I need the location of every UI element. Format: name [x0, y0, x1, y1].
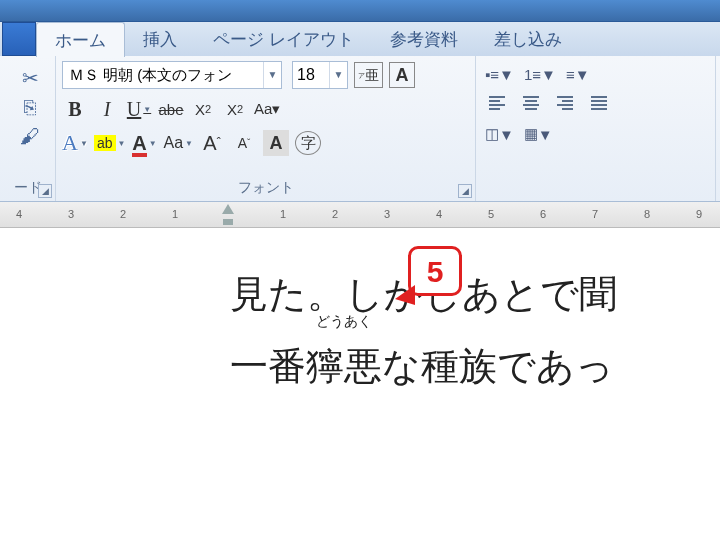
character-shading-button[interactable]: A [263, 130, 289, 156]
subscript-button[interactable]: X2 [190, 96, 216, 122]
ruler-tick: 5 [488, 208, 494, 220]
document-line[interactable]: 一番どうあく獰悪な種族であっ [0, 330, 720, 402]
ruler-tick: 8 [644, 208, 650, 220]
multilevel-list-button[interactable]: ≡▼ [565, 62, 591, 86]
group-font: ▼ ▼ ア亜 A B I U▼ abe X2 X2 Aa▾ A▼ ab▼ A▼ … [56, 56, 476, 201]
text-effects-button[interactable]: A▼ [62, 130, 88, 156]
ruler-tick: 6 [540, 208, 546, 220]
tab-page-layout[interactable]: ページ レイアウト [195, 22, 372, 56]
ribbon: ✂ ⎘ 🖌 ード ◢ ▼ ▼ ア亜 A B I U▼ abe X2 X2 [0, 56, 720, 202]
align-center-button[interactable] [518, 92, 544, 116]
font-color-button[interactable]: A▼ [132, 130, 158, 156]
phonetic-guide-button[interactable]: ア亜 [354, 62, 383, 88]
bullets-button[interactable]: ▪≡▼ [484, 62, 515, 86]
underline-button[interactable]: U▼ [126, 96, 152, 122]
callout-badge: 5 [408, 246, 462, 296]
indent-marker-bottom[interactable] [223, 219, 233, 225]
horizontal-ruler[interactable]: 4 3 2 1 1 2 3 4 5 6 7 8 9 [0, 202, 720, 228]
change-case-button[interactable]: Aa▾ [254, 96, 280, 122]
ruler-tick: 2 [120, 208, 126, 220]
font-name-combo[interactable]: ▼ [62, 61, 282, 89]
shrink-font-button[interactable]: Aˇ [231, 130, 257, 156]
character-border-button[interactable]: A [389, 62, 415, 88]
enclose-characters-button[interactable]: 字 [295, 131, 321, 155]
ruler-tick: 4 [436, 208, 442, 220]
tab-mailings[interactable]: 差し込み [476, 22, 580, 56]
tab-references[interactable]: 参考資料 [372, 22, 476, 56]
ruler-tick: 7 [592, 208, 598, 220]
bold-button[interactable]: B [62, 96, 88, 122]
highlight-button[interactable]: ab▼ [94, 130, 126, 156]
italic-button[interactable]: I [94, 96, 120, 122]
ruler-tick: 3 [384, 208, 390, 220]
character-scaling-button[interactable]: Aa▼ [164, 130, 194, 156]
ruler-tick: 9 [696, 208, 702, 220]
ruler-tick: 4 [16, 208, 22, 220]
ruler-tick: 1 [280, 208, 286, 220]
tab-insert[interactable]: 挿入 [125, 22, 195, 56]
ruler-tick: 3 [68, 208, 74, 220]
title-bar [0, 0, 720, 22]
tab-home[interactable]: ホーム [36, 22, 125, 57]
font-size-dropdown-icon[interactable]: ▼ [329, 62, 347, 88]
group-label-font: フォント [62, 179, 469, 199]
grow-font-button[interactable]: Aˆ [199, 130, 225, 156]
superscript-button[interactable]: X2 [222, 96, 248, 122]
align-right-button[interactable] [552, 92, 578, 116]
text-run: 一番 [230, 345, 306, 387]
align-left-button[interactable] [484, 92, 510, 116]
ruby-annotation: どうあく [306, 314, 382, 328]
ruler-tick: 2 [332, 208, 338, 220]
group-clipboard: ✂ ⎘ 🖌 ード ◢ [0, 56, 56, 201]
font-name-input[interactable] [63, 67, 263, 84]
group-paragraph: ▪≡▼ 1≡▼ ≡▼ ◫▼ ▦▼ [476, 56, 716, 201]
numbering-button[interactable]: 1≡▼ [523, 62, 557, 86]
cut-icon[interactable]: ✂ [22, 66, 39, 90]
format-painter-icon[interactable]: 🖌 [20, 125, 40, 148]
document-area[interactable]: 5 見た。しかしあとで聞 一番どうあく獰悪な種族であっ [0, 228, 720, 540]
ruby-text: どうあく獰悪 [306, 330, 382, 402]
ribbon-tabs: ホーム 挿入 ページ レイアウト 参考資料 差し込み [0, 22, 720, 56]
copy-icon[interactable]: ⎘ [24, 96, 36, 119]
font-size-input[interactable] [293, 66, 329, 84]
font-launcher[interactable]: ◢ [458, 184, 472, 198]
borders-button[interactable]: ▦▼ [523, 122, 554, 146]
indent-marker-top[interactable] [222, 204, 234, 214]
file-tab[interactable] [2, 22, 36, 56]
font-size-combo[interactable]: ▼ [292, 61, 348, 89]
strikethrough-button[interactable]: abe [158, 96, 184, 122]
ruler-tick: 1 [172, 208, 178, 220]
font-name-dropdown-icon[interactable]: ▼ [263, 62, 281, 88]
clipboard-launcher[interactable]: ◢ [38, 184, 52, 198]
shading-button[interactable]: ◫▼ [484, 122, 515, 146]
text-run: な種族であっ [382, 345, 614, 387]
justify-button[interactable] [586, 92, 612, 116]
